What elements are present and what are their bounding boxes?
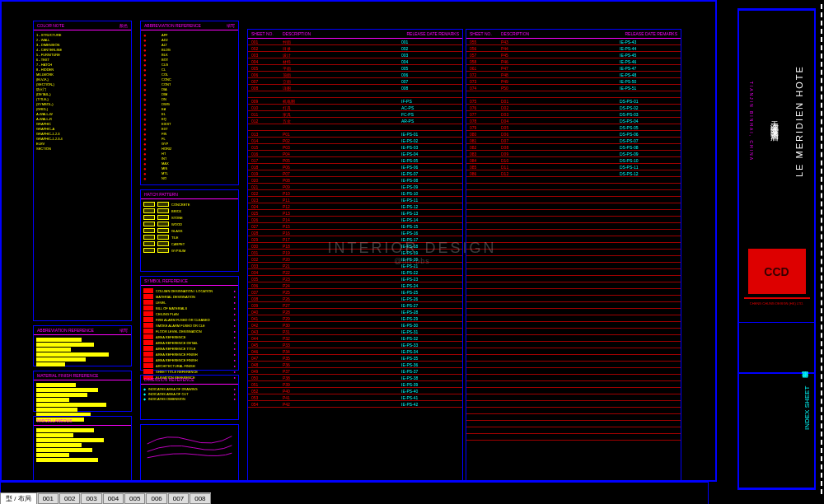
dim-ref-panel: DIMENSION REFERENCE ◆INDICATES AREA OF D… [140, 375, 239, 420]
index-row: 041P29IE-PS-29 [248, 315, 462, 322]
hatch-item: STONE [143, 215, 236, 220]
index-row: 008详图008 [248, 85, 462, 91]
hdr-sheet-no: SHEET NO. [470, 31, 501, 36]
dim-ref-item: ◆INDICATES AREA OF CUT● [143, 392, 236, 396]
index-row-blank [466, 190, 681, 197]
index-row-blank [466, 401, 681, 408]
index-row: 084D10DS-PS-10 [466, 157, 681, 164]
index-row-blank [466, 309, 681, 315]
info-block [739, 439, 814, 489]
bar-item [36, 458, 129, 462]
symbol-ref-item: AREA REFERENCE DETAIL● [143, 340, 236, 345]
index-row: 049P37IE-PS-37 [248, 368, 462, 375]
abbrev-item: ●NO [143, 176, 236, 181]
title-en: LE MERIDIEN HOTE [794, 66, 804, 178]
index-row: 072P48IE-PS-48 [466, 72, 681, 78]
sheet-edge-dashed [820, 4, 822, 494]
curves-panel [140, 424, 239, 482]
ccd-block: CCD CHENG CHUNG DESIGN (HK) LTD. [739, 232, 814, 323]
index-row-blank [466, 362, 681, 368]
index-row-blank [466, 296, 681, 302]
symbol-ref-item: MATERIAL DESIGNATION● [143, 294, 236, 299]
index-row: 028P16IE-PS-16 [248, 230, 462, 236]
index-row-blank [466, 269, 681, 276]
index-row: 073P49IE-PS-50 [466, 78, 681, 85]
layout-tab[interactable]: 004 [103, 493, 124, 504]
curve-graphic [143, 427, 236, 460]
abbrev-panel: ABBREVIATION REFERENCE 缩写 [33, 325, 132, 366]
index-row: 014P02IE-PS-02 [248, 138, 462, 144]
layout-tab[interactable]: 005 [124, 493, 145, 504]
index-row-blank [466, 243, 681, 250]
index-row: 058P46IE-PS-46 [466, 58, 681, 65]
index-row: 001封面001 [248, 39, 462, 45]
bar-item [36, 357, 129, 362]
index-row-blank [466, 335, 681, 342]
index-row: 083D09DS-PS-09 [466, 151, 681, 157]
index-row: 027P15IE-PS-15 [248, 223, 462, 230]
index-row: 075D01DS-PS-01 [466, 98, 681, 105]
index-row: 036P24IE-PS-24 [248, 282, 462, 289]
graphic-symbols-panel: ABBREVIATION REFERENCE 缩写 ●AFF●ADJ●ALT●B… [140, 21, 239, 185]
symbol-ref-item: SMOKE ALARM FUSED OR CLE● [143, 323, 236, 328]
index-row: 004材料004 [248, 58, 462, 65]
layout-tab[interactable]: 003 [81, 493, 101, 504]
index-header: SHEET NO. DESCRIPTION RELEASE DATE REMAR… [248, 30, 462, 39]
index-row: 034P22IE-PS-22 [248, 269, 462, 276]
index-row: 012五金AR-PS [248, 118, 462, 124]
index-row: 082D08DS-PS-08 [466, 144, 681, 151]
layout-tab[interactable]: 008 [190, 493, 210, 504]
color-note-item: SECTION [36, 147, 129, 152]
layout-tab[interactable]: 002 [59, 493, 80, 504]
symbol-ref-item: AREA REFERENCE TITLE● [143, 346, 236, 351]
bar-item [36, 348, 129, 352]
index-row: 020P08IE-PS-08 [248, 177, 462, 184]
index-row: 079D05DS-PS-05 [466, 124, 681, 131]
layout-tab[interactable]: 006 [146, 493, 166, 504]
index-row-blank [466, 276, 681, 282]
index-row-blank [466, 223, 681, 230]
dim-ref-item: ◆INDICATES DIMENSION● [143, 397, 236, 401]
index-row: 025P13IE-PS-13 [248, 210, 462, 217]
index-row: 031P19IE-PS-19 [248, 250, 462, 256]
index-row-blank [466, 302, 681, 309]
panel-title-r: 缩写 [227, 23, 235, 28]
index-row-blank [466, 342, 681, 348]
index-row: 033P21IE-PS-21 [248, 263, 462, 269]
hatch-item: CARPET [143, 241, 236, 246]
symbol-ref-item: BILL OF MATERIALS● [143, 306, 236, 310]
index-row: 015P03IE-PS-03 [248, 144, 462, 151]
panel-title: MISCELLANEOUS [37, 418, 73, 423]
index-row-blank [248, 124, 462, 131]
index-row-blank [466, 427, 681, 434]
info-blocks: INDEX SHEET 图纸目录 [739, 323, 814, 488]
index-row: 046P34IE-PS-34 [248, 348, 462, 355]
index-row: 055P43IE-PS-43 [466, 39, 681, 45]
hdr-rel: RELEASE DATE REMARKS [401, 31, 459, 36]
index-row: 044P32IE-PS-32 [248, 335, 462, 342]
index-row: 050P38IE-PS-38 [248, 375, 462, 381]
index-row: 002目录002 [248, 45, 462, 52]
index-row: 051P39IE-PS-39 [248, 381, 462, 388]
index-row: 029P17IE-PS-17 [248, 236, 462, 243]
index-row: 037P25IE-PS-25 [248, 289, 462, 296]
bar-item [36, 448, 129, 452]
ccd-bar [744, 297, 810, 299]
layout-tab[interactable]: 001 [38, 493, 59, 504]
index-row: 045P33IE-PS-33 [248, 342, 462, 348]
panel-title-r: 缩写 [119, 328, 128, 333]
bar-item [36, 388, 129, 392]
bar-item [36, 433, 129, 437]
index-row-blank [466, 368, 681, 375]
material-finish-panel: MATERIAL FINISH REFERENCE [33, 371, 132, 412]
layout-tab-bar[interactable]: 型 / 布局 001002003004005006007008 [0, 492, 211, 504]
index-row-blank [466, 197, 681, 203]
index-row-blank [466, 217, 681, 223]
hdr-rel: RELEASE DATE REMARKS [620, 31, 677, 36]
hatch-item: GLASS [143, 228, 236, 233]
hatch-panel: HATCH PATTERN CONCRETEBRICKSTONEWOODGLAS… [140, 189, 239, 272]
layout-tab[interactable]: 007 [168, 493, 189, 504]
index-row-blank [466, 315, 681, 322]
bar-item [36, 438, 129, 442]
index-row-blank [466, 375, 681, 381]
